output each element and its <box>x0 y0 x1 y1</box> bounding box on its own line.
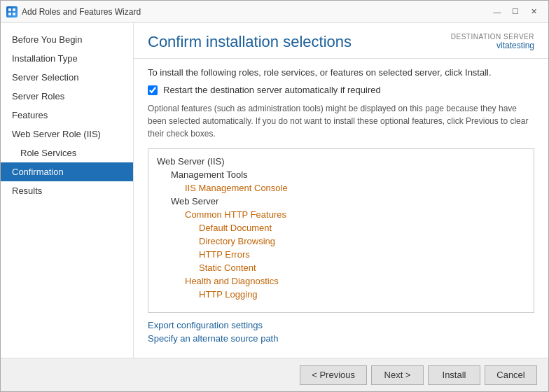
export-config-link[interactable]: Export configuration settings <box>148 320 534 330</box>
instruction-text: To install the following roles, role ser… <box>148 67 534 78</box>
main-window: Add Roles and Features Wizard — ☐ ✕ Befo… <box>0 0 549 392</box>
features-scroll[interactable]: Web Server (IIS) Management Tools IIS Ma… <box>148 149 534 312</box>
links-area: Export configuration settings Specify an… <box>148 320 534 346</box>
sidebar-item-web-server-role[interactable]: Web Server Role (IIS) <box>1 125 133 144</box>
next-button[interactable]: Next > <box>371 365 424 385</box>
sidebar-item-confirmation[interactable]: Confirmation <box>1 162 133 181</box>
features-box: Web Server (IIS) Management Tools IIS Ma… <box>148 148 534 313</box>
feature-health-diagnostics: Health and Diagnostics <box>157 274 520 288</box>
feature-static-content: Static Content <box>157 261 520 274</box>
sidebar-item-before-you-begin[interactable]: Before You Begin <box>1 30 133 49</box>
feature-default-document: Default Document <box>157 221 520 234</box>
sidebar-item-server-selection[interactable]: Server Selection <box>1 68 133 87</box>
server-name: vitatesting <box>451 41 534 50</box>
sidebar-item-features[interactable]: Features <box>1 106 133 125</box>
close-button[interactable]: ✕ <box>524 5 543 19</box>
alternate-source-link[interactable]: Specify an alternate source path <box>148 333 534 344</box>
window-controls: — ☐ ✕ <box>488 5 543 19</box>
install-button[interactable]: Install <box>428 365 480 385</box>
previous-button[interactable]: < Previous <box>300 365 367 385</box>
svg-rect-0 <box>8 8 11 11</box>
sidebar-item-installation-type[interactable]: Installation Type <box>1 49 133 68</box>
restart-checkbox[interactable] <box>148 85 158 95</box>
destination-server: DESTINATION SERVER vitatesting <box>451 33 534 50</box>
main-content: Confirm installation selections DESTINAT… <box>134 23 548 358</box>
svg-rect-1 <box>13 8 15 11</box>
feature-http-errors: HTTP Errors <box>157 248 520 261</box>
restart-checkbox-row: Restart the destination server automatic… <box>148 85 534 95</box>
feature-directory-browsing: Directory Browsing <box>157 234 520 248</box>
destination-label: DESTINATION SERVER <box>451 33 534 41</box>
footer: < Previous Next > Install Cancel <box>1 358 548 391</box>
body-area: To install the following roles, role ser… <box>134 59 548 358</box>
optional-text: Optional features (such as administratio… <box>148 102 534 140</box>
cancel-button[interactable]: Cancel <box>485 365 537 385</box>
svg-rect-3 <box>13 13 15 15</box>
feature-management-tools: Management Tools <box>157 168 520 181</box>
feature-http-logging: HTTP Logging <box>157 288 520 301</box>
page-title: Confirm installation selections <box>148 33 352 51</box>
content-area: Before You Begin Installation Type Serve… <box>1 23 548 358</box>
sidebar-item-role-services[interactable]: Role Services <box>1 144 133 162</box>
maximize-button[interactable]: ☐ <box>506 5 524 19</box>
sidebar: Before You Begin Installation Type Serve… <box>1 23 134 358</box>
feature-common-http: Common HTTP Features <box>157 208 520 221</box>
title-bar: Add Roles and Features Wizard — ☐ ✕ <box>1 1 548 23</box>
app-icon <box>6 6 18 18</box>
feature-web-server: Web Server <box>157 195 520 208</box>
header-area: Confirm installation selections DESTINAT… <box>134 23 548 59</box>
feature-web-server-iis: Web Server (IIS) <box>157 155 520 168</box>
window-title: Add Roles and Features Wizard <box>22 7 488 17</box>
feature-iis-management-console: IIS Management Console <box>157 181 520 195</box>
sidebar-item-server-roles[interactable]: Server Roles <box>1 87 133 106</box>
restart-label: Restart the destination server automatic… <box>163 85 381 95</box>
svg-rect-2 <box>8 13 11 15</box>
sidebar-item-results[interactable]: Results <box>1 181 133 200</box>
minimize-button[interactable]: — <box>488 5 506 19</box>
